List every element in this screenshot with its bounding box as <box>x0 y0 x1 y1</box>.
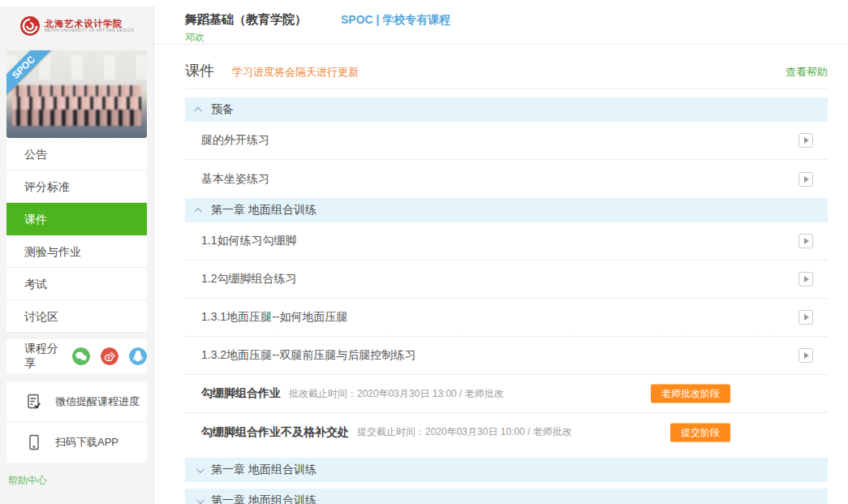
course-type-label: SPOC | 学校专有课程 <box>341 13 450 28</box>
sidebar-item-announcements[interactable]: 公告 <box>6 138 147 170</box>
lesson-title: 1.3.2地面压腿--双腿前压腿与后腿控制练习 <box>201 348 415 363</box>
section-header-chapter1[interactable]: 第一章 地面组合训练 <box>185 198 828 222</box>
sidebar-item-quizzes-homework[interactable]: 测验与作业 <box>6 235 147 268</box>
section-header-prep[interactable]: 预备 <box>185 97 828 122</box>
wechat-reminder-button[interactable]: 微信提醒课程进度 <box>6 381 147 422</box>
progress-update-notice: 学习进度将会隔天进行更新 <box>232 65 359 80</box>
top-bar: 北海艺术设计学院 BEIHAI UNIVERSITY OF ART AND DE… <box>0 6 848 45</box>
course-share-label: 课程分享 <box>24 342 62 371</box>
courseware-header: 课件 学习进度将会隔天进行更新 查看帮助 <box>185 61 828 80</box>
section-title: 第一章 地面组合训练 <box>211 463 316 477</box>
section-title: 第一章 地面组合训练 <box>211 493 316 504</box>
play-icon[interactable] <box>798 133 813 148</box>
wechat-reminder-label: 微信提醒课程进度 <box>55 394 140 409</box>
play-icon[interactable] <box>798 272 813 286</box>
lesson-title: 1.2勾绷脚组合练习 <box>201 272 296 286</box>
course-header: 舞蹈基础（教育学院） SPOC | 学校专有课程 邓欢 <box>154 6 848 45</box>
help-center-link[interactable]: 帮助中心 <box>6 474 147 488</box>
sidebar-tools: 微信提醒课程进度 扫码下载APP <box>6 381 147 463</box>
lesson-row[interactable]: 1.1如何练习勾绷脚 <box>185 222 828 261</box>
school-name-en: BEIHAI UNIVERSITY OF ART AND DESIGN <box>45 28 134 33</box>
lesson-title: 1.1如何练习勾绷脚 <box>201 234 296 248</box>
chevron-down-icon <box>196 496 204 504</box>
school-name-cn: 北海艺术设计学院 <box>45 19 134 28</box>
assignment-row[interactable]: 勾绷脚组合作业 批改截止时间：2020年03月30日 13:00 / 老师批改 … <box>185 375 828 413</box>
status-badge: 提交阶段 <box>670 423 730 442</box>
assignment-title: 勾绷脚组合作业不及格补交处 <box>201 425 349 440</box>
section-title: 第一章 地面组合训练 <box>211 203 316 218</box>
weibo-icon[interactable] <box>101 347 118 365</box>
lesson-row[interactable]: 基本坐姿练习 <box>185 160 828 198</box>
course-photo: SPOC <box>6 50 147 138</box>
assignment-title: 勾绷脚组合作业 <box>201 386 281 401</box>
lesson-row[interactable]: 腿的外开练习 <box>185 122 828 160</box>
course-share: 课程分享 <box>6 339 147 373</box>
play-icon[interactable] <box>798 310 813 325</box>
lesson-row[interactable]: 1.3.1地面压腿--如何地面压腿 <box>185 299 828 337</box>
chevron-up-icon <box>194 207 202 215</box>
lesson-row[interactable]: 1.2勾绷脚组合练习 <box>185 261 828 299</box>
photo-detail <box>12 110 141 125</box>
lesson-title: 基本坐姿练习 <box>201 172 269 187</box>
teacher-name: 邓欢 <box>185 31 848 45</box>
section-header-collapsed[interactable]: 第一章 地面组合训练 <box>185 489 828 504</box>
sidebar-item-discussion[interactable]: 讨论区 <box>6 300 147 333</box>
status-badge: 老师批改阶段 <box>651 385 730 403</box>
school-logo-icon <box>19 15 41 37</box>
view-help-link[interactable]: 查看帮助 <box>786 65 828 80</box>
divider <box>185 88 828 89</box>
sidebar-menu: 公告 评分标准 课件 测验与作业 考试 讨论区 <box>6 138 147 333</box>
phone-icon <box>24 433 44 452</box>
assignment-deadline: 批改截止时间：2020年03月30日 13:00 / 老师批改 <box>289 387 504 401</box>
assignment-deadline: 提交截止时间：2020年03月30日 10:00 / 老师批改 <box>357 425 572 439</box>
chevron-down-icon <box>196 465 204 473</box>
school-logo: 北海艺术设计学院 BEIHAI UNIVERSITY OF ART AND DE… <box>0 6 154 45</box>
scan-download-button[interactable]: 扫码下载APP <box>6 422 147 463</box>
page-title: 课件 <box>185 61 214 80</box>
lesson-title: 1.3.1地面压腿--如何地面压腿 <box>201 310 347 325</box>
wechat-icon[interactable] <box>72 347 90 365</box>
main-content: 课件 学习进度将会隔天进行更新 查看帮助 预备 腿的外开练习 基本坐姿练习 第一… <box>154 45 848 504</box>
course-title: 舞蹈基础（教育学院） <box>185 12 307 28</box>
qq-icon[interactable] <box>129 347 147 365</box>
assignment-row[interactable]: 勾绷脚组合作业不及格补交处 提交截止时间：2020年03月30日 10:00 /… <box>185 413 828 451</box>
lesson-row[interactable]: 1.3.2地面压腿--双腿前压腿与后腿控制练习 <box>185 337 828 375</box>
section-title: 预备 <box>211 102 234 117</box>
lesson-title: 腿的外开练习 <box>201 133 269 148</box>
section-header-collapsed[interactable]: 第一章 地面组合训练 <box>185 458 828 482</box>
sidebar-item-courseware[interactable]: 课件 <box>6 203 147 235</box>
play-icon[interactable] <box>798 348 813 363</box>
play-icon[interactable] <box>798 234 813 248</box>
sidebar-item-grading-criteria[interactable]: 评分标准 <box>6 170 147 203</box>
sidebar-item-exams[interactable]: 考试 <box>6 268 147 300</box>
play-icon[interactable] <box>798 172 813 187</box>
chevron-up-icon <box>194 106 202 114</box>
scan-download-label: 扫码下载APP <box>55 435 118 450</box>
checklist-icon <box>24 392 44 411</box>
sidebar: SPOC 公告 评分标准 课件 测验与作业 考试 讨论区 课程分享 <box>0 45 154 504</box>
